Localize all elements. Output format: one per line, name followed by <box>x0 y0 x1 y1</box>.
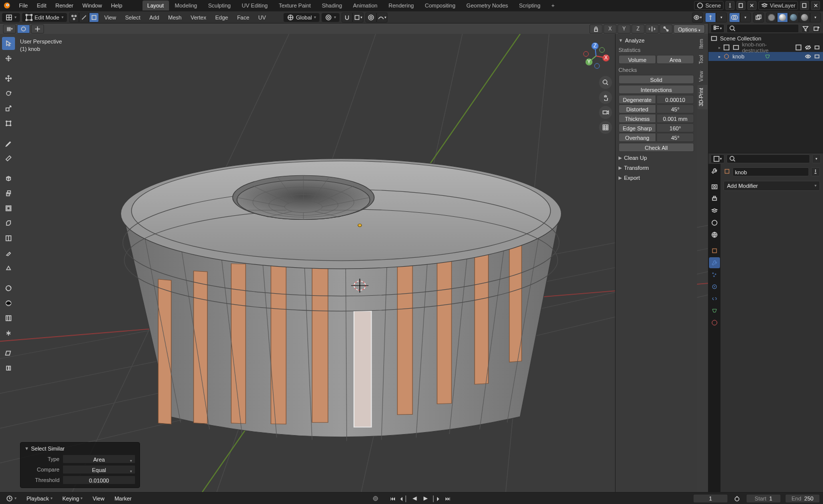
volume-button[interactable]: Volume <box>618 55 656 64</box>
mode-dropdown[interactable]: Edit Mode▾ <box>22 13 67 22</box>
new-scene-button[interactable] <box>736 1 746 10</box>
shading-solid[interactable] <box>777 12 788 22</box>
operator-header[interactable]: ▼Select Similar <box>24 446 136 452</box>
tool-move[interactable] <box>2 72 15 85</box>
tab-rendering[interactable]: Rendering <box>384 0 419 10</box>
camera-view-button[interactable] <box>599 106 612 119</box>
gizmo-editor-dropdown[interactable]: ▦▾ <box>3 24 16 33</box>
pin-properties-button[interactable] <box>811 167 820 176</box>
axis-z[interactable]: Z <box>632 24 644 33</box>
exclude-icon[interactable] <box>795 44 802 51</box>
tool-transform[interactable] <box>2 117 15 130</box>
shading-dropdown[interactable]: ▾ <box>810 12 821 22</box>
tool-measure[interactable] <box>2 152 15 165</box>
options-dropdown[interactable]: Options ▾ <box>674 24 705 33</box>
n-tab-item[interactable]: Item <box>698 36 708 51</box>
viewlayer-selector[interactable]: ViewLayer <box>758 1 798 10</box>
jump-end-button[interactable]: ⏭ <box>442 494 452 504</box>
distorted-button[interactable]: Distorted <box>618 104 656 113</box>
pin-scene-button[interactable] <box>726 1 734 10</box>
axis-y[interactable]: Y <box>618 24 630 33</box>
tool-smooth[interactable] <box>2 297 15 310</box>
tool-extrude[interactable] <box>2 187 15 200</box>
tool-add-cube[interactable] <box>2 172 15 185</box>
mesh-menu[interactable]: Mesh <box>164 13 185 22</box>
tool-cursor[interactable] <box>2 52 15 65</box>
thickness-button[interactable]: Thickness <box>618 114 656 123</box>
n-tab-view[interactable]: View <box>698 68 708 85</box>
tab-shading[interactable]: Shading <box>317 0 347 10</box>
vertex-menu[interactable]: Vertex <box>187 13 210 22</box>
prop-tab-object[interactable] <box>709 245 720 256</box>
outliner-collection-row[interactable]: ▸ knob-non-destructive <box>708 43 823 52</box>
snap-dropdown[interactable]: ▾ <box>352 12 364 22</box>
prop-tab-material[interactable] <box>709 317 720 328</box>
snap-toggle[interactable] <box>342 12 352 22</box>
intersections-button[interactable]: Intersections <box>618 85 694 94</box>
op-threshold-field[interactable]: 0.01000 <box>62 476 136 485</box>
object-name-field[interactable]: knob <box>732 167 809 176</box>
prop-edit-dropdown[interactable]: ▾ <box>376 12 388 22</box>
new-layer-button[interactable] <box>800 1 809 10</box>
cleanup-section[interactable]: ▶Clean Up <box>618 153 694 163</box>
prop-tab-tool[interactable] <box>709 165 720 176</box>
prop-tab-scene[interactable] <box>709 217 720 228</box>
transform-section[interactable]: ▶Transform <box>618 163 694 173</box>
tab-layout[interactable]: Layout <box>142 0 169 10</box>
outliner-search[interactable] <box>726 24 799 33</box>
play-reverse-button[interactable]: ◀ <box>410 494 420 504</box>
vertex-select-mode[interactable] <box>69 12 79 22</box>
tool-poly-build[interactable] <box>2 262 15 275</box>
tab-animation[interactable]: Animation <box>348 0 382 10</box>
new-collection-button[interactable] <box>812 24 821 33</box>
edge-select-mode[interactable] <box>79 12 89 22</box>
tab-scripting[interactable]: Scripting <box>514 0 546 10</box>
shading-wireframe[interactable] <box>766 12 777 22</box>
prop-tab-physics[interactable] <box>709 281 720 292</box>
edge-menu[interactable]: Edge <box>212 13 232 22</box>
checkbox-icon[interactable] <box>723 44 730 51</box>
preview-range-toggle[interactable] <box>732 494 742 504</box>
tool-loopcut[interactable] <box>2 232 15 245</box>
menu-render[interactable]: Render <box>52 1 78 10</box>
properties-editor-dropdown[interactable]: ▾ <box>710 154 724 163</box>
thickness-value[interactable]: 0.001 mm <box>656 114 694 123</box>
delete-layer-button[interactable]: ✕ <box>811 1 820 10</box>
tool-bevel[interactable] <box>2 217 15 230</box>
keying-menu[interactable]: Keying▾ <box>60 494 86 503</box>
tab-compositing[interactable]: Compositing <box>420 0 460 10</box>
show-overlays-toggle[interactable] <box>729 12 740 22</box>
add-modifier-dropdown[interactable]: Add Modifier▾ <box>724 181 820 191</box>
tool-shrink[interactable] <box>2 327 15 340</box>
pan-button[interactable] <box>599 91 612 104</box>
editor-type-dropdown[interactable]: ▾ <box>2 13 20 22</box>
menu-edit[interactable]: Edit <box>33 1 50 10</box>
degenerate-value[interactable]: 0.00010 <box>656 95 694 104</box>
gizmo-cursor-icon[interactable] <box>17 24 30 33</box>
tool-shear[interactable] <box>2 347 15 360</box>
tool-select[interactable] <box>2 37 15 50</box>
hide-render-icon[interactable] <box>814 44 821 51</box>
current-frame-field[interactable]: 1 <box>693 494 728 503</box>
hide-render-icon[interactable] <box>814 53 821 60</box>
prop-tab-data[interactable] <box>709 305 720 316</box>
prop-tab-output[interactable] <box>709 193 720 204</box>
autokey-toggle[interactable] <box>370 494 380 504</box>
grid-lock-xyz[interactable] <box>590 24 602 33</box>
timeline-editor-dropdown[interactable]: ▾ <box>3 494 20 503</box>
prop-tab-modifiers[interactable] <box>709 257 720 268</box>
face-menu[interactable]: Face <box>234 13 252 22</box>
next-key-button[interactable]: │⏵ <box>432 494 442 504</box>
tool-rotate[interactable] <box>2 87 15 100</box>
outliner-mode-dropdown[interactable]: ▾ <box>710 24 724 33</box>
menu-help[interactable]: Help <box>107 1 126 10</box>
uv-menu[interactable]: UV <box>255 13 270 22</box>
face-select-mode[interactable] <box>89 12 99 22</box>
tool-rip[interactable] <box>2 362 15 375</box>
edgesharp-value[interactable]: 160° <box>656 123 694 132</box>
distorted-value[interactable]: 45° <box>656 104 694 113</box>
nav-gizmo[interactable]: X Y Z <box>580 40 612 72</box>
overhang-button[interactable]: Overhang <box>618 133 656 142</box>
tab-sculpting[interactable]: Sculpting <box>203 0 236 10</box>
outliner-object-row[interactable]: ▸ knob <box>708 52 823 61</box>
